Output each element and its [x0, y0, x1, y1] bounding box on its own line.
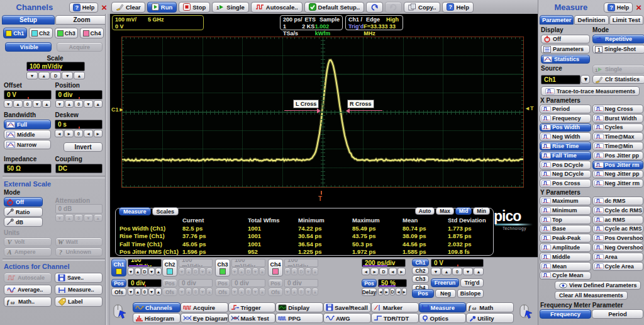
- deskew-spin-4[interactable]: ►: [94, 130, 103, 137]
- chevron-down-icon[interactable]: ▼: [580, 75, 590, 84]
- param-neg-width-button[interactable]: Neg Width: [540, 132, 591, 141]
- param-time-min-button[interactable]: Time@Min: [592, 142, 644, 151]
- bottom-ch1-scale-value[interactable]: 100 mV/div: [128, 259, 162, 267]
- scale-value[interactable]: 100 mV/div: [26, 62, 85, 71]
- param-pos-jitter-rm-button[interactable]: Pos Jitter rm: [592, 161, 644, 169]
- display-off-button[interactable]: Off: [541, 35, 590, 43]
- param-burst-width-button[interactable]: Burst Width: [592, 114, 644, 123]
- bottom-channel-tab-ch4[interactable]: Ch4: [268, 259, 283, 277]
- trigger-level-value[interactable]: 0 V: [431, 259, 484, 267]
- param-peak-peak-button[interactable]: Peak-Peak: [540, 234, 591, 242]
- scale-spin-0[interactable]: ▼: [26, 72, 38, 79]
- trigger-level-spin-2[interactable]: 0: [452, 268, 462, 275]
- measure-close-icon[interactable]: ×: [635, 3, 643, 12]
- position-value[interactable]: 0 div: [55, 90, 103, 100]
- trigger-mode-freerun-button[interactable]: Freerun: [431, 278, 459, 287]
- bottom-ch1-offset-value[interactable]: 0 div: [128, 279, 162, 287]
- external-mode-db-button[interactable]: dB: [4, 217, 43, 227]
- deskew-spin-3[interactable]: ◄: [84, 130, 92, 137]
- pos-ofs-ofs-button[interactable]: Ofs: [162, 288, 177, 296]
- bottom-ch1-scale-spin-2[interactable]: D: [142, 268, 148, 275]
- trigger-level-spin-4[interactable]: ▲: [474, 268, 484, 275]
- param-minimum-button[interactable]: Minimum: [540, 206, 591, 215]
- param-top-button[interactable]: Top: [540, 215, 591, 224]
- toolbar-clear-button[interactable]: Clear: [111, 2, 145, 13]
- delay-delay-button[interactable]: Delay: [362, 288, 377, 296]
- unit-ampere-button[interactable]: AAmpere: [4, 248, 52, 256]
- bottom-ch1-offset-spin-3[interactable]: ▼: [148, 288, 155, 295]
- mode-single-button[interactable]: 1Single: [592, 65, 644, 74]
- bottom-tab-mask-test[interactable]: Mask Test: [228, 313, 276, 323]
- param-pos-jitter-pp-button[interactable]: Pos Jitter pp: [592, 151, 644, 160]
- mode-single-shot-button[interactable]: 1Single-Shot: [592, 45, 644, 54]
- right-cross-annotation[interactable]: R Cross: [347, 100, 374, 108]
- param-neg-jitter-pp-button[interactable]: Neg Jitter pp: [592, 170, 644, 179]
- param-neg-overshoot-button[interactable]: Neg Overshoot: [592, 243, 644, 252]
- bottom-tab-optics[interactable]: Optics: [419, 313, 467, 323]
- offset-spin-1[interactable]: ▲: [13, 100, 22, 108]
- param-neg-jitter-rm-button[interactable]: Neg Jitter rm: [592, 179, 644, 188]
- param-time-max-button[interactable]: Time@Max: [592, 132, 644, 141]
- action-measure-button[interactable]: Measure..: [55, 285, 103, 295]
- coupling-value[interactable]: DC: [55, 164, 103, 173]
- visible-button[interactable]: Visible: [5, 42, 52, 52]
- display-parameters-button[interactable]: Parameters: [541, 45, 590, 54]
- param-frequency-button[interactable]: Frequency: [540, 114, 591, 123]
- trigger-axis-marker[interactable]: ◄T: [525, 105, 533, 111]
- scale-spin-4[interactable]: ▲: [74, 72, 85, 79]
- delay-spin-3[interactable]: ◄: [396, 288, 401, 295]
- view-defined-parameters-button[interactable]: View Defined Parameters: [555, 281, 641, 290]
- measure-tab-limit-test[interactable]: Limit Test: [609, 15, 643, 25]
- channel-button-ch3[interactable]: Ch3: [55, 28, 79, 38]
- position-spin-1[interactable]: ▲: [65, 100, 74, 108]
- pos-ofs-ofs-button[interactable]: Ofs: [215, 288, 230, 296]
- bandwidth-middle-button[interactable]: Middle: [4, 130, 51, 139]
- pos-ofs-pos-button[interactable]: Pos: [215, 279, 230, 287]
- toolbar-help-button[interactable]: ?Help: [442, 2, 474, 13]
- param-cycle-mean-button[interactable]: Cycle Mean: [540, 271, 591, 280]
- trigger-source-ch1-button[interactable]: Ch1: [412, 259, 429, 266]
- pos-ofs-ofs-button[interactable]: Ofs: [268, 288, 283, 296]
- param-pos-dcycle-button[interactable]: Pos DCycle: [540, 161, 591, 169]
- bottom-tab-eye-diagram[interactable]: Eye Diagram: [180, 313, 228, 323]
- timebase-spin-1[interactable]: ►: [370, 268, 379, 275]
- trigger-slope-neg-button[interactable]: Neg: [435, 289, 456, 298]
- pos-ofs-ofs-button[interactable]: Ofs: [111, 288, 126, 296]
- delay-value[interactable]: 50 %: [378, 279, 407, 287]
- external-mode-ratio-button[interactable]: Ratio: [4, 207, 43, 217]
- bottom-channel-tab-ch2[interactable]: Ch2: [162, 259, 177, 277]
- param-period-button[interactable]: Period: [540, 105, 591, 113]
- param-area-button[interactable]: Area: [592, 253, 644, 261]
- deskew-spin-1[interactable]: ►: [64, 130, 73, 137]
- freq-meter-frequency-button[interactable]: Frequency: [540, 309, 591, 319]
- fit-min-button[interactable]: Min: [473, 207, 490, 215]
- scale-spin-2[interactable]: D: [50, 72, 62, 79]
- param-ac-rms-button[interactable]: ac RMS: [592, 215, 644, 224]
- channels-close-icon[interactable]: ×: [100, 3, 108, 12]
- measure-box-tab-scales[interactable]: Scales: [152, 207, 179, 215]
- channel-button-ch2[interactable]: Ch2: [29, 28, 53, 38]
- bottom-ch1-scale-spin-1[interactable]: ▲: [135, 268, 141, 275]
- action-label-button[interactable]: Label: [55, 297, 103, 307]
- offset-spin-3[interactable]: ▼: [33, 100, 42, 108]
- toolbar-stop-button[interactable]: Stop: [179, 2, 210, 13]
- toolbar-redo-button[interactable]: [385, 2, 402, 13]
- clr-statistics-button[interactable]: Clr Statistics: [592, 75, 644, 84]
- delay-spin-1[interactable]: ►: [384, 288, 389, 295]
- param-amplitude-button[interactable]: Amplitude: [540, 243, 591, 252]
- offset-spin-2[interactable]: 0: [23, 100, 32, 108]
- timebase-spin-4[interactable]: ►: [397, 268, 406, 275]
- param-middle-button[interactable]: Middle: [540, 253, 591, 261]
- delay-spin-4[interactable]: ►: [402, 288, 407, 295]
- deskew-spin-2[interactable]: 0: [74, 130, 83, 137]
- freq-meter-period-button[interactable]: Period: [592, 309, 643, 319]
- param-maximum-button[interactable]: Maximum: [540, 197, 591, 205]
- pos-ofs-pos-button[interactable]: Pos: [268, 279, 283, 287]
- delay-pos-button[interactable]: Pos: [362, 279, 377, 287]
- measure-tab-definition[interactable]: Definition: [574, 15, 608, 25]
- tab-setup[interactable]: Setup: [2, 15, 55, 25]
- position-spin-0[interactable]: ▼: [55, 100, 64, 108]
- bottom-tab-save-recall[interactable]: Save/Recall: [323, 302, 371, 312]
- channel-button-ch1[interactable]: Ch1: [3, 28, 27, 38]
- trigger-slope-pos-button[interactable]: Pos: [412, 289, 434, 298]
